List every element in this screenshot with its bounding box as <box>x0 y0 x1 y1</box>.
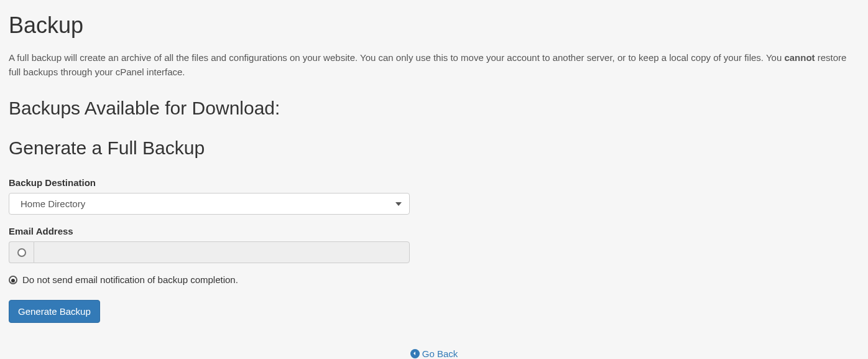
description-text-prefix: A full backup will create an archive of … <box>9 52 784 63</box>
go-back-link[interactable]: Go Back <box>410 348 458 359</box>
backup-destination-label: Backup Destination <box>9 177 859 188</box>
email-input[interactable] <box>34 241 410 263</box>
backup-destination-group: Backup Destination Home Directory <box>9 177 859 215</box>
email-address-group: Email Address <box>9 226 859 263</box>
no-email-radio-row[interactable]: Do not send email notification of backup… <box>9 274 859 285</box>
go-back-container: Go Back <box>9 348 859 359</box>
description-bold: cannot <box>784 52 815 63</box>
radio-icon <box>9 276 17 284</box>
page-title: Backup <box>9 12 859 39</box>
email-input-group <box>9 241 410 263</box>
generate-backup-button[interactable]: Generate Backup <box>9 300 100 323</box>
radio-icon <box>17 248 26 257</box>
no-email-label: Do not send email notification of backup… <box>22 274 238 285</box>
backup-destination-select[interactable]: Home Directory <box>9 193 410 215</box>
backups-available-heading: Backups Available for Download: <box>9 98 859 119</box>
email-address-label: Email Address <box>9 226 859 236</box>
email-radio-addon[interactable] <box>9 241 34 263</box>
go-back-text: Go Back <box>422 348 458 359</box>
page-description: A full backup will create an archive of … <box>9 51 859 79</box>
generate-full-backup-heading: Generate a Full Backup <box>9 138 859 159</box>
arrow-left-circle-icon <box>410 349 420 358</box>
